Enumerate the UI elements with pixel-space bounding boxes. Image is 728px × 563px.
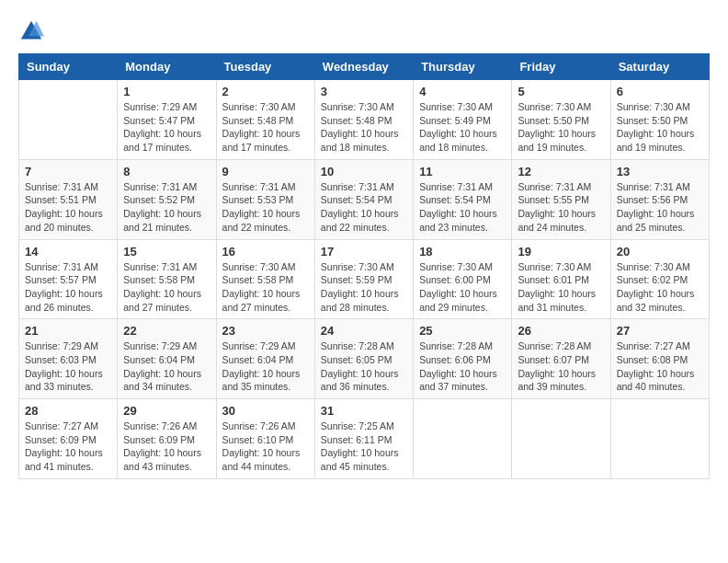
calendar-week-row: 14Sunrise: 7:31 AM Sunset: 5:57 PM Dayli…	[19, 239, 710, 319]
table-row: 19Sunrise: 7:30 AM Sunset: 6:01 PM Dayli…	[512, 239, 610, 319]
table-row: 30Sunrise: 7:26 AM Sunset: 6:10 PM Dayli…	[216, 399, 314, 479]
col-saturday: Saturday	[610, 54, 709, 80]
table-row: 5Sunrise: 7:30 AM Sunset: 5:50 PM Daylig…	[512, 80, 610, 160]
table-row: 9Sunrise: 7:31 AM Sunset: 5:53 PM Daylig…	[216, 159, 314, 239]
table-row: 21Sunrise: 7:29 AM Sunset: 6:03 PM Dayli…	[19, 319, 118, 399]
day-number: 9	[222, 165, 309, 178]
day-number: 26	[518, 324, 604, 338]
table-row: 1Sunrise: 7:29 AM Sunset: 5:47 PM Daylig…	[118, 80, 216, 160]
day-number: 15	[123, 245, 210, 259]
day-info: Sunrise: 7:30 AM Sunset: 6:00 PM Dayligh…	[419, 260, 506, 315]
table-row	[512, 399, 610, 479]
table-row: 24Sunrise: 7:28 AM Sunset: 6:05 PM Dayli…	[314, 319, 413, 399]
table-row: 2Sunrise: 7:30 AM Sunset: 5:48 PM Daylig…	[216, 80, 314, 160]
day-info: Sunrise: 7:29 AM Sunset: 5:47 PM Dayligh…	[123, 100, 210, 155]
table-row: 3Sunrise: 7:30 AM Sunset: 5:48 PM Daylig…	[314, 80, 413, 160]
table-row: 11Sunrise: 7:31 AM Sunset: 5:54 PM Dayli…	[414, 159, 512, 239]
table-row: 18Sunrise: 7:30 AM Sunset: 6:00 PM Dayli…	[414, 239, 512, 319]
day-info: Sunrise: 7:29 AM Sunset: 6:04 PM Dayligh…	[222, 339, 309, 394]
calendar-week-row: 1Sunrise: 7:29 AM Sunset: 5:47 PM Daylig…	[19, 80, 710, 160]
day-info: Sunrise: 7:30 AM Sunset: 5:48 PM Dayligh…	[321, 100, 407, 155]
calendar-week-row: 28Sunrise: 7:27 AM Sunset: 6:09 PM Dayli…	[19, 399, 710, 479]
table-row: 22Sunrise: 7:29 AM Sunset: 6:04 PM Dayli…	[118, 319, 216, 399]
day-number: 25	[419, 324, 506, 338]
table-row: 23Sunrise: 7:29 AM Sunset: 6:04 PM Dayli…	[216, 319, 314, 399]
day-info: Sunrise: 7:29 AM Sunset: 6:04 PM Dayligh…	[123, 339, 210, 394]
table-row: 12Sunrise: 7:31 AM Sunset: 5:55 PM Dayli…	[512, 159, 610, 239]
day-info: Sunrise: 7:31 AM Sunset: 5:51 PM Dayligh…	[25, 180, 111, 235]
table-row	[414, 399, 512, 479]
day-number: 28	[25, 404, 111, 418]
table-row: 13Sunrise: 7:31 AM Sunset: 5:56 PM Dayli…	[610, 159, 709, 239]
table-row: 25Sunrise: 7:28 AM Sunset: 6:06 PM Dayli…	[414, 319, 512, 399]
day-number: 30	[222, 404, 309, 418]
calendar-header-row: Sunday Monday Tuesday Wednesday Thursday…	[19, 54, 710, 80]
day-number: 20	[617, 245, 703, 259]
day-info: Sunrise: 7:31 AM Sunset: 5:58 PM Dayligh…	[123, 260, 210, 315]
table-row: 6Sunrise: 7:30 AM Sunset: 5:50 PM Daylig…	[610, 80, 709, 160]
table-row: 26Sunrise: 7:28 AM Sunset: 6:07 PM Dayli…	[512, 319, 610, 399]
day-info: Sunrise: 7:30 AM Sunset: 5:59 PM Dayligh…	[321, 260, 407, 315]
day-number: 6	[617, 85, 703, 98]
table-row: 8Sunrise: 7:31 AM Sunset: 5:52 PM Daylig…	[118, 159, 216, 239]
table-row: 16Sunrise: 7:30 AM Sunset: 5:58 PM Dayli…	[216, 239, 314, 319]
day-info: Sunrise: 7:31 AM Sunset: 5:54 PM Dayligh…	[419, 180, 506, 235]
day-number: 5	[518, 85, 604, 98]
day-number: 19	[518, 245, 604, 259]
day-number: 23	[222, 324, 309, 338]
day-info: Sunrise: 7:25 AM Sunset: 6:11 PM Dayligh…	[321, 419, 407, 474]
table-row: 27Sunrise: 7:27 AM Sunset: 6:08 PM Dayli…	[610, 319, 709, 399]
day-number: 4	[419, 85, 506, 98]
table-row	[19, 80, 118, 160]
day-info: Sunrise: 7:30 AM Sunset: 5:49 PM Dayligh…	[419, 100, 506, 155]
day-number: 7	[25, 165, 111, 178]
day-info: Sunrise: 7:31 AM Sunset: 5:53 PM Dayligh…	[222, 180, 309, 235]
day-number: 1	[123, 85, 210, 98]
day-info: Sunrise: 7:29 AM Sunset: 6:03 PM Dayligh…	[25, 339, 111, 394]
day-number: 16	[222, 245, 309, 259]
calendar-week-row: 21Sunrise: 7:29 AM Sunset: 6:03 PM Dayli…	[19, 319, 710, 399]
day-info: Sunrise: 7:31 AM Sunset: 5:54 PM Dayligh…	[321, 180, 407, 235]
day-info: Sunrise: 7:30 AM Sunset: 5:50 PM Dayligh…	[518, 100, 604, 155]
calendar-week-row: 7Sunrise: 7:31 AM Sunset: 5:51 PM Daylig…	[19, 159, 710, 239]
day-info: Sunrise: 7:28 AM Sunset: 6:06 PM Dayligh…	[419, 339, 506, 394]
col-sunday: Sunday	[19, 54, 118, 80]
day-number: 29	[123, 404, 210, 418]
day-info: Sunrise: 7:30 AM Sunset: 6:02 PM Dayligh…	[617, 260, 703, 315]
day-number: 17	[321, 245, 407, 259]
table-row: 7Sunrise: 7:31 AM Sunset: 5:51 PM Daylig…	[19, 159, 118, 239]
col-friday: Friday	[512, 54, 610, 80]
table-row: 28Sunrise: 7:27 AM Sunset: 6:09 PM Dayli…	[19, 399, 118, 479]
table-row: 17Sunrise: 7:30 AM Sunset: 5:59 PM Dayli…	[314, 239, 413, 319]
page-header	[18, 18, 710, 44]
day-info: Sunrise: 7:31 AM Sunset: 5:55 PM Dayligh…	[518, 180, 604, 235]
table-row: 29Sunrise: 7:26 AM Sunset: 6:09 PM Dayli…	[118, 399, 216, 479]
day-number: 24	[321, 324, 407, 338]
day-info: Sunrise: 7:28 AM Sunset: 6:05 PM Dayligh…	[321, 339, 407, 394]
day-info: Sunrise: 7:27 AM Sunset: 6:09 PM Dayligh…	[25, 419, 111, 474]
day-number: 18	[419, 245, 506, 259]
day-info: Sunrise: 7:30 AM Sunset: 6:01 PM Dayligh…	[518, 260, 604, 315]
col-monday: Monday	[118, 54, 216, 80]
day-number: 21	[25, 324, 111, 338]
day-info: Sunrise: 7:27 AM Sunset: 6:08 PM Dayligh…	[617, 339, 703, 394]
table-row: 31Sunrise: 7:25 AM Sunset: 6:11 PM Dayli…	[314, 399, 413, 479]
day-info: Sunrise: 7:31 AM Sunset: 5:56 PM Dayligh…	[617, 180, 703, 235]
table-row: 10Sunrise: 7:31 AM Sunset: 5:54 PM Dayli…	[314, 159, 413, 239]
day-number: 14	[25, 245, 111, 259]
table-row: 20Sunrise: 7:30 AM Sunset: 6:02 PM Dayli…	[610, 239, 709, 319]
day-number: 8	[123, 165, 210, 178]
day-number: 13	[617, 165, 703, 178]
table-row	[610, 399, 709, 479]
day-number: 31	[321, 404, 407, 418]
day-info: Sunrise: 7:26 AM Sunset: 6:09 PM Dayligh…	[123, 419, 210, 474]
day-info: Sunrise: 7:30 AM Sunset: 5:50 PM Dayligh…	[617, 100, 703, 155]
col-tuesday: Tuesday	[216, 54, 314, 80]
day-info: Sunrise: 7:30 AM Sunset: 5:58 PM Dayligh…	[222, 260, 309, 315]
day-info: Sunrise: 7:30 AM Sunset: 5:48 PM Dayligh…	[222, 100, 309, 155]
day-info: Sunrise: 7:26 AM Sunset: 6:10 PM Dayligh…	[222, 419, 309, 474]
logo	[18, 18, 48, 44]
table-row: 14Sunrise: 7:31 AM Sunset: 5:57 PM Dayli…	[19, 239, 118, 319]
day-info: Sunrise: 7:31 AM Sunset: 5:52 PM Dayligh…	[123, 180, 210, 235]
logo-icon	[18, 18, 44, 44]
